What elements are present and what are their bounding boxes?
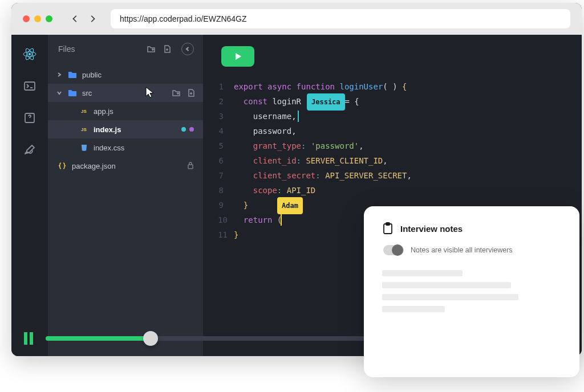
maximize-window[interactable]	[46, 15, 52, 22]
file-explorer: Files public src	[48, 35, 203, 356]
collapse-panel-button[interactable]	[181, 43, 194, 55]
draw-icon[interactable]	[22, 142, 38, 158]
presence-dot-other	[189, 127, 194, 132]
collab-cursor-jessica	[298, 111, 299, 122]
visibility-toggle-row: Notes are visible all interviewers	[382, 245, 561, 255]
file-tree: public src JS app.js	[48, 63, 203, 356]
new-folder-icon[interactable]	[146, 44, 156, 54]
new-file-icon[interactable]	[162, 44, 172, 54]
file-index-js[interactable]: JS index.js	[48, 120, 203, 138]
pause-button[interactable]	[24, 332, 33, 345]
help-icon[interactable]	[22, 110, 38, 126]
browser-chrome: https://app.coderpad.io/EWZN64GZ	[11, 3, 582, 35]
lock-icon	[187, 161, 203, 171]
back-button[interactable]	[71, 14, 80, 23]
new-folder-icon[interactable]	[171, 88, 181, 98]
file-explorer-header: Files	[48, 35, 203, 63]
file-label: app.js	[94, 107, 203, 116]
url-bar[interactable]: https://app.coderpad.io/EWZN64GZ	[111, 9, 570, 28]
clipboard-icon	[382, 222, 394, 235]
toggle-label: Notes are visible all interviewers	[411, 246, 513, 254]
note-placeholder-line	[382, 282, 511, 288]
close-window[interactable]	[23, 15, 30, 22]
presence-dots	[181, 127, 203, 132]
folder-label: src	[82, 89, 171, 97]
svg-rect-4	[25, 82, 35, 90]
sidebar-rail	[11, 35, 48, 356]
file-label: index.css	[94, 144, 203, 152]
minimize-window[interactable]	[34, 15, 41, 22]
note-placeholder-line	[382, 270, 463, 276]
svg-point-3	[29, 53, 31, 55]
terminal-icon[interactable]	[22, 78, 38, 94]
run-button[interactable]	[221, 46, 254, 67]
collab-tag-adam: Adam	[277, 197, 303, 214]
visibility-toggle[interactable]	[383, 245, 404, 255]
presence-dot-jessica	[181, 127, 186, 132]
svg-rect-6	[188, 165, 193, 169]
folder-src[interactable]: src	[48, 84, 203, 102]
folder-public[interactable]: public	[48, 66, 203, 84]
collab-tag-jessica: Jessica	[307, 93, 345, 111]
collab-cursor-adam	[281, 214, 282, 226]
nav-arrows	[71, 14, 97, 23]
notes-header: Interview notes	[382, 222, 561, 235]
forward-button[interactable]	[88, 14, 97, 23]
note-placeholder-line	[382, 306, 445, 312]
file-label: package.json	[72, 162, 187, 170]
file-explorer-title: Files	[58, 44, 146, 54]
new-file-icon[interactable]	[186, 88, 196, 98]
notes-title: Interview notes	[400, 224, 463, 234]
timeline-thumb[interactable]	[143, 331, 158, 346]
timeline-progress	[46, 336, 151, 341]
file-app-js[interactable]: JS app.js	[48, 102, 203, 120]
file-label: index.js	[94, 125, 181, 134]
file-package-json[interactable]: package.json	[48, 157, 203, 175]
note-placeholder-line	[382, 294, 518, 300]
interview-notes-panel: Interview notes Notes are visible all in…	[364, 206, 579, 377]
react-logo-icon[interactable]	[22, 46, 38, 62]
window-controls	[23, 15, 52, 22]
file-index-css[interactable]: index.css	[48, 138, 203, 157]
folder-label: public	[82, 71, 203, 79]
